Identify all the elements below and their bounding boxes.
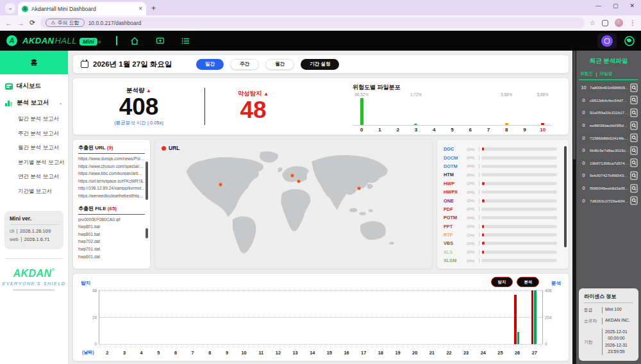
file-list-item: prv0000EF0B0CA0.gif <box>78 217 145 222</box>
trend-x-tick: 14 <box>304 350 321 356</box>
risk-column-header: 위험도 <box>580 70 593 77</box>
close-button[interactable]: ✕ <box>629 3 635 9</box>
detect-value: 48 <box>205 98 301 123</box>
language-globe-icon[interactable] <box>624 36 635 46</box>
new-tab-button[interactable]: + <box>151 4 156 13</box>
filetype-label: XLS <box>444 249 465 255</box>
file-list-scrollbar[interactable] <box>146 228 148 238</box>
range-button-0[interactable]: 일간 <box>196 59 224 70</box>
file-inspect-icon[interactable] <box>630 108 638 117</box>
main-scrollbar[interactable] <box>572 51 576 364</box>
browser-tab[interactable]: A AkdanHall Mini Dashboard × <box>18 2 146 15</box>
screen-share-icon[interactable] <box>156 37 165 46</box>
user-profile-button[interactable] <box>601 35 613 47</box>
url-list-item[interactable]: https://www.chosun.com/special/… <box>78 164 145 169</box>
filetype-scrollbar[interactable] <box>564 146 567 247</box>
url-list-item[interactable]: http://198.12.89.24/xampp/kvrmot… <box>78 186 145 190</box>
filetype-row: HWP(2%) <box>444 179 562 188</box>
sidebar-item-home[interactable]: 홈 <box>0 51 68 74</box>
recent-file-row: 071586689b52414fb… <box>579 131 638 144</box>
sidebar-item-dashboard[interactable]: 대시보드 <box>5 82 63 90</box>
profile-avatar[interactable] <box>615 19 623 27</box>
sidebar-report-item-1[interactable]: 주간 분석 보고서 <box>5 130 63 138</box>
tab-close-icon[interactable]: × <box>138 5 142 12</box>
filetype-bar-fill <box>482 225 484 228</box>
trend-legend-0[interactable]: 탐지 <box>491 277 513 287</box>
url-list-item[interactable]: https://www.donga.com/news/Pol… <box>78 156 145 161</box>
reload-icon[interactable]: ⟳ <box>29 19 35 27</box>
url-list-item[interactable]: https://www.bbc.com/korean/arti… <box>78 171 145 176</box>
trend-x-tick: 10 <box>235 350 253 356</box>
recent-file-row: 06b9fc5e7d8ac3016c… <box>579 144 638 157</box>
risk-bar-value-label: 5.88% <box>537 92 549 98</box>
world-map-graphic <box>160 149 427 265</box>
url-list-item[interactable]: https://weneedtoclearthebestthig… <box>78 194 145 198</box>
trend-x-tick: 9 <box>219 350 236 356</box>
file-inspect-icon[interactable] <box>630 158 638 167</box>
home-icon[interactable] <box>130 37 139 46</box>
sidebar-report-item-2[interactable]: 월간 분석 보고서 <box>5 144 63 152</box>
web-label: web <box>10 236 19 242</box>
sidebar-report-item-4[interactable]: 연간 분석 보고서 <box>5 173 63 181</box>
risk-bar-slot: 6 <box>462 92 479 133</box>
trend-legend-1[interactable]: 분석 <box>517 277 539 287</box>
file-list-item: hwp701.dat <box>78 247 145 251</box>
sidebar-report-item-5[interactable]: 기간별 보고서 <box>5 188 63 195</box>
sidebar-report-item-0[interactable]: 일간 분석 보고서 <box>5 115 63 123</box>
filetype-bar-fill <box>482 182 485 185</box>
tab-search-button[interactable]: ⌄ <box>5 3 15 13</box>
risk-bar-slot: 1.72%3 <box>407 92 425 133</box>
range-button-1[interactable]: 주간 <box>230 59 259 70</box>
filetype-percent: (0%) <box>467 164 477 168</box>
trend-x-tick: 3 <box>116 350 133 356</box>
file-inspect-icon[interactable] <box>630 133 638 142</box>
file-inspect-icon[interactable] <box>630 95 638 104</box>
url-map-dot <box>297 179 301 183</box>
risk-x-tick: 5 <box>451 127 453 133</box>
file-inspect-icon[interactable] <box>630 171 638 180</box>
filetype-label: PDF <box>444 206 465 212</box>
filetype-bar-fill <box>482 251 484 254</box>
url-list-item[interactable]: https://url.terryspace.io/rFKcWR?&… <box>78 179 145 183</box>
file-inspect-icon[interactable] <box>630 83 638 92</box>
sidebar-item-reports[interactable]: 분석 보고서 ⌄ <box>5 99 63 107</box>
recent-files-table: 107a800b401b698809…0c9613dbfc4ec54d7…091… <box>579 81 638 207</box>
file-inspect-icon[interactable] <box>630 196 638 205</box>
risk-x-tick: 3 <box>415 127 417 133</box>
sidebar-report-item-3[interactable]: 분기별 분석 보고서 <box>5 159 63 167</box>
file-inspect-icon[interactable] <box>630 146 638 155</box>
trend-x-tick: 4 <box>133 350 150 356</box>
address-bar[interactable]: ⚠ 주의 요함 10.0.0.217/dashboard <box>40 17 585 28</box>
forward-icon[interactable]: → <box>17 19 24 27</box>
url-list-scrollbar[interactable] <box>146 161 148 200</box>
brand-mini-badge: Mini <box>79 38 97 46</box>
browser-menu-icon[interactable]: ⋮ <box>629 19 636 26</box>
maximize-button[interactable]: ▢ <box>613 3 619 9</box>
minimize-button[interactable]: — <box>595 3 601 9</box>
risk-bar-slot: 5 <box>443 92 461 133</box>
extensions-icon[interactable] <box>602 20 608 26</box>
left-axis-label: 탐지 <box>81 280 90 286</box>
file-list: prv0000EF0B0CA0.gifhwp801.bathwp801.bath… <box>78 217 145 259</box>
bookmark-star-icon[interactable]: ☆ <box>590 19 595 26</box>
right-axis-label: 분석 <box>551 280 561 286</box>
filetype-label: VBS <box>444 240 465 246</box>
back-icon[interactable]: ← <box>5 19 12 27</box>
range-button-2[interactable]: 월간 <box>265 59 294 70</box>
risk-bar-value-label: 1.72% <box>410 92 422 98</box>
file-inspect-icon[interactable] <box>630 121 638 130</box>
list-menu-icon[interactable] <box>181 37 190 46</box>
page-content: 홈 대시보드 분석 보고서 ⌄ 일간 분석 보고서주간 분석 보고서월간 분석 … <box>0 51 641 364</box>
range-button-3[interactable]: 기간 설정 <box>301 59 339 70</box>
x-axis-label: (날짜) <box>82 349 94 356</box>
file-inspect-icon[interactable] <box>630 184 638 193</box>
trend-x-tick: 23 <box>458 350 475 356</box>
right-axis-ticks: 4082040 <box>545 288 556 346</box>
recent-table-header: 위험도 | 파일명 <box>579 70 638 80</box>
filetype-percent: (2%) <box>467 199 477 203</box>
trend-x-tick: 24 <box>474 350 492 356</box>
right-tick: 408 <box>545 288 556 293</box>
trend-bar-slot <box>201 290 219 344</box>
filetype-bar-track <box>481 251 557 254</box>
security-warning-chip[interactable]: ⚠ 주의 요함 <box>46 19 84 27</box>
